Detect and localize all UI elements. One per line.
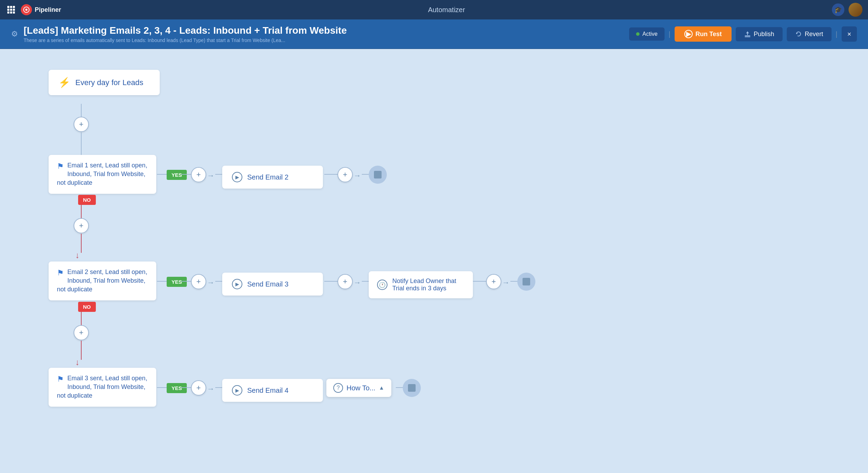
- stop-node-2[interactable]: [517, 273, 535, 291]
- action-label-1: Send Email 2: [247, 173, 289, 181]
- separator-1: |: [669, 30, 670, 38]
- run-test-button[interactable]: ▶ Run Test: [675, 26, 732, 42]
- how-to-label: How To...: [347, 384, 375, 392]
- yes-badge-1[interactable]: YES: [167, 170, 187, 180]
- workflow-subtitle: These are a series of emails automatical…: [24, 38, 624, 43]
- how-to-chevron-icon: ▲: [379, 385, 384, 391]
- active-label: Active: [642, 31, 658, 37]
- nav-right-actions: 🎓: [832, 3, 862, 17]
- line-after-act-2: [324, 281, 338, 282]
- how-to-question-icon: ?: [333, 383, 343, 393]
- add-action-button-3[interactable]: +: [191, 380, 206, 396]
- action-node-3[interactable]: ▶ Send Email 4: [222, 379, 323, 402]
- arrow-right-2b: →: [353, 278, 361, 287]
- condition-text-2: Email 2 sent, Lead still open, Inbound, …: [57, 268, 147, 293]
- action-play-icon-1: ▶: [232, 172, 242, 182]
- stop-square-2: [523, 278, 530, 285]
- yes-line-h-3: [157, 387, 167, 388]
- trigger-label: Every day for Leads: [75, 78, 143, 87]
- trigger-node[interactable]: ⚡ Every day for Leads: [49, 70, 160, 95]
- add-step-button-1[interactable]: +: [74, 117, 89, 132]
- header-actions: Active | ▶ Run Test Publish Revert | ×: [629, 26, 857, 42]
- yes-badge-3[interactable]: YES: [167, 383, 187, 393]
- how-to-widget[interactable]: ? How To... ▲: [326, 379, 391, 397]
- add-step-button-2[interactable]: +: [74, 218, 89, 233]
- line-after-notify: [473, 281, 487, 282]
- line-after-act-1: [324, 174, 338, 175]
- settings-gear-icon[interactable]: ⚙: [11, 30, 18, 39]
- workflow-canvas: ⚡ Every day for Leads + ⚑ Email 1 sent, …: [0, 49, 868, 473]
- svg-rect-11: [745, 35, 750, 36]
- action-label-3: Send Email 4: [247, 387, 289, 395]
- line-to-act-1: [215, 174, 222, 175]
- yes-line-h-1b: [181, 174, 192, 175]
- publish-button[interactable]: Publish: [736, 27, 783, 41]
- arrow-down-1: ↓: [75, 250, 80, 260]
- add-after-action-2[interactable]: +: [337, 274, 353, 289]
- svg-rect-4: [10, 9, 12, 11]
- stop-square-3: [408, 384, 416, 392]
- yes-line-h-2b: [181, 281, 192, 282]
- svg-rect-2: [13, 6, 15, 8]
- header-bar: ⚙ [Leads] Marketing Emails 2, 3, 4 - Lea…: [0, 19, 868, 49]
- connector-line-1b: [81, 132, 82, 157]
- separator-2: |: [836, 30, 837, 38]
- stop-square-1: [374, 171, 382, 179]
- action-node-2[interactable]: ▶ Send Email 3: [222, 273, 323, 296]
- condition-text-3: Email 3 sent, Lead still open, Inbound, …: [57, 375, 147, 399]
- clock-icon: 🕐: [377, 280, 387, 290]
- yes-line-h-3b: [181, 387, 192, 388]
- publish-icon: [744, 31, 751, 38]
- arrow-down-2: ↓: [75, 357, 80, 367]
- close-button[interactable]: ×: [842, 26, 857, 42]
- nav-logo[interactable]: Pipeliner: [21, 4, 61, 15]
- grid-menu-icon[interactable]: [6, 4, 17, 15]
- no-badge-2[interactable]: NO: [78, 302, 96, 312]
- condition-text-1: Email 1 sent, Lead still open, Inbound, …: [57, 162, 147, 186]
- add-action-button-2[interactable]: +: [191, 274, 206, 289]
- arrow-right-4: →: [207, 384, 215, 393]
- header-info: [Leads] Marketing Emails 2, 3, 4 - Leads…: [24, 25, 624, 43]
- add-step-button-3[interactable]: +: [74, 325, 89, 340]
- action-play-icon-3: ▶: [232, 385, 242, 396]
- logo-icon: [21, 4, 32, 15]
- active-status-button[interactable]: Active: [629, 27, 665, 41]
- condition-flag-icon-1: ⚑: [57, 161, 64, 172]
- publish-label: Publish: [754, 31, 774, 38]
- active-indicator: [636, 32, 640, 36]
- condition-node-1[interactable]: ⚑ Email 1 sent, Lead still open, Inbound…: [49, 155, 156, 194]
- condition-flag-icon-3: ⚑: [57, 374, 64, 385]
- svg-rect-6: [7, 11, 9, 14]
- svg-point-10: [25, 9, 27, 11]
- action-label-2: Send Email 3: [247, 280, 289, 288]
- no-line-v-1b: [81, 234, 82, 253]
- yes-badge-2[interactable]: YES: [167, 277, 187, 287]
- line-after-act-3: [396, 387, 403, 388]
- svg-rect-0: [7, 6, 9, 8]
- svg-rect-7: [10, 11, 12, 14]
- svg-rect-1: [10, 6, 12, 8]
- arrow-right-2: →: [207, 278, 215, 287]
- user-avatar[interactable]: [849, 3, 862, 17]
- condition-node-2[interactable]: ⚑ Email 2 sent, Lead still open, Inbound…: [49, 262, 156, 300]
- stop-node-1[interactable]: [369, 166, 387, 184]
- workflow-title: [Leads] Marketing Emails 2, 3, 4 - Leads…: [24, 25, 624, 36]
- notify-node[interactable]: 🕐 Notify Lead Owner that Trial ends in 3…: [369, 271, 473, 298]
- add-after-notify[interactable]: +: [486, 274, 501, 289]
- add-after-action-1[interactable]: +: [337, 167, 353, 182]
- run-test-icon: ▶: [684, 30, 693, 38]
- action-node-1[interactable]: ▶ Send Email 2: [222, 166, 323, 189]
- trigger-bolt-icon: ⚡: [58, 77, 70, 88]
- add-action-button-1[interactable]: +: [191, 167, 206, 182]
- top-nav: Pipeliner Automatizer 🎓: [0, 0, 868, 19]
- revert-button[interactable]: Revert: [787, 27, 832, 41]
- no-badge-1[interactable]: NO: [78, 195, 96, 205]
- condition-node-3[interactable]: ⚑ Email 3 sent, Lead still open, Inbound…: [49, 368, 156, 407]
- run-test-label: Run Test: [695, 31, 722, 38]
- line-notify: [362, 281, 369, 282]
- graduation-icon[interactable]: 🎓: [832, 3, 844, 16]
- stop-node-3[interactable]: [403, 379, 421, 397]
- line-stop-1: [362, 174, 369, 175]
- svg-rect-8: [13, 11, 15, 14]
- revert-label: Revert: [805, 31, 823, 38]
